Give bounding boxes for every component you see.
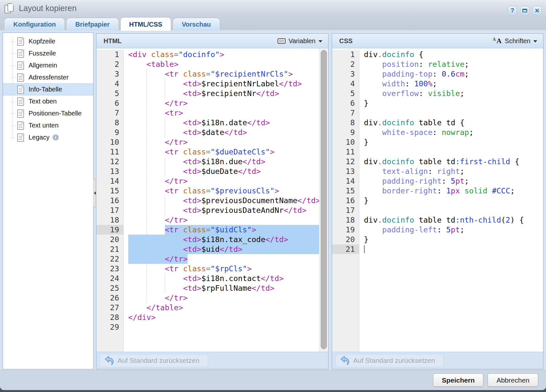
sidebar-collapse-handle[interactable] bbox=[93, 179, 96, 207]
code-line-content[interactable]: <td>$previousDocumentName</td> bbox=[124, 196, 328, 205]
code-line-content[interactable]: </tr> bbox=[124, 215, 328, 225]
css-code-editor[interactable]: 1div.docinfo {2 position: relative;3 pad… bbox=[332, 48, 543, 352]
code-line-content[interactable]: <table> bbox=[124, 59, 328, 69]
html-editor-scrollbar[interactable] bbox=[319, 48, 328, 352]
code-line-content[interactable]: </tr> bbox=[124, 293, 328, 303]
sidebar-item-label: Positionen-Tabelle bbox=[29, 110, 81, 117]
tab-briefpapier[interactable]: Briefpapier bbox=[67, 18, 118, 30]
sidebar-item-legacy[interactable]: Legacyi bbox=[3, 131, 93, 143]
code-line-content[interactable]: width: 100%; bbox=[359, 79, 543, 89]
code-line-content[interactable]: } bbox=[359, 196, 543, 205]
line-number: 1 bbox=[96, 50, 124, 59]
sidebar-item-label: Info-Tabelle bbox=[29, 86, 62, 93]
code-line-content[interactable]: </tr> bbox=[124, 98, 328, 108]
code-line-content[interactable]: <td>$i18n.contact</td> bbox=[124, 274, 328, 283]
code-line-content[interactable]: <td>$i18n.due</td> bbox=[124, 157, 328, 166]
code-line-content[interactable]: <tr class="$uidCls"> bbox=[124, 225, 328, 235]
tab-konfiguration[interactable]: Konfiguration bbox=[5, 18, 64, 30]
maximize-button[interactable] bbox=[520, 6, 529, 15]
sidebar-item-info-tabelle[interactable]: Info-Tabelle bbox=[3, 83, 93, 95]
code-line-content[interactable] bbox=[359, 108, 543, 118]
code-line-content[interactable]: } bbox=[359, 137, 543, 147]
save-button[interactable]: Speichern bbox=[433, 374, 484, 387]
code-line-content[interactable]: div.docinfo table td:first-child { bbox=[359, 157, 543, 166]
code-line: 14 </tr> bbox=[96, 176, 328, 186]
code-line: 17 bbox=[332, 205, 543, 215]
html-code-editor[interactable]: 1<div class="docinfo">2 <table>3 <tr cla… bbox=[96, 48, 328, 352]
code-line-content[interactable]: </tr> bbox=[124, 176, 328, 186]
help-button[interactable]: ? bbox=[508, 6, 517, 15]
line-number: 18 bbox=[96, 215, 124, 225]
sidebar-item-kopfzeile[interactable]: Kopfzeile bbox=[3, 35, 93, 47]
sidebar-item-text-oben[interactable]: Text oben bbox=[3, 95, 93, 107]
html-reset-default-button[interactable]: Auf Standard zurücksetzen bbox=[100, 354, 208, 367]
info-icon[interactable]: i bbox=[53, 134, 59, 141]
code-line: 21 bbox=[332, 244, 543, 254]
code-line-content[interactable]: text-align: right; bbox=[359, 166, 543, 176]
css-panel-footer: Auf Standard zurücksetzen bbox=[332, 352, 543, 369]
code-line-content[interactable]: </table> bbox=[124, 303, 328, 312]
code-line-content[interactable]: } bbox=[359, 235, 543, 244]
fonts-dropdown-label: Schriften bbox=[505, 37, 530, 45]
code-line-content[interactable]: <td>$rpFullName</td> bbox=[124, 283, 328, 293]
code-line-content[interactable]: <td>$previousDateAndNr</td> bbox=[124, 205, 328, 215]
code-line-content[interactable]: <td>$date</td> bbox=[124, 128, 328, 137]
variables-dropdown[interactable]: Variablen bbox=[278, 37, 322, 45]
code-line-content[interactable]: <td>$recipientNrLabel</td> bbox=[124, 79, 328, 89]
code-line-content[interactable]: white-space: nowrap; bbox=[359, 128, 543, 137]
code-line: 2 position: relative; bbox=[332, 59, 543, 69]
code-line-content[interactable]: padding-right: 5pt; bbox=[359, 176, 543, 186]
code-line-content[interactable]: div.docinfo { bbox=[359, 50, 543, 59]
code-line-content[interactable]: <tr class="$dueDateCls"> bbox=[124, 147, 328, 157]
code-line: 13 <td>$dueDate</td> bbox=[96, 166, 328, 176]
fonts-dropdown[interactable]: AA Schriften bbox=[492, 37, 537, 45]
code-line-content[interactable]: <div class="docinfo"> bbox=[124, 50, 328, 59]
code-line-content[interactable]: <tr> bbox=[124, 108, 328, 118]
sidebar-item-allgemein[interactable]: Allgemein bbox=[3, 59, 93, 71]
code-line-content[interactable]: position: relative; bbox=[359, 59, 543, 69]
code-line-content[interactable]: </tr> bbox=[124, 137, 328, 147]
code-line-content[interactable]: </div> bbox=[124, 312, 328, 322]
code-line-content[interactable] bbox=[359, 147, 543, 157]
sidebar-item-text-unten[interactable]: Text unten bbox=[3, 119, 93, 131]
code-line: 20} bbox=[332, 235, 543, 244]
line-number: 9 bbox=[96, 128, 124, 137]
sidebar-item-fusszeile[interactable]: Fusszeile bbox=[3, 47, 93, 59]
cancel-button[interactable]: Abbrechen bbox=[488, 374, 538, 387]
code-line-content[interactable] bbox=[359, 244, 543, 254]
code-line: 28</div> bbox=[96, 312, 328, 322]
code-line-content[interactable]: <tr class="$rpCls"> bbox=[124, 264, 328, 274]
css-reset-default-button[interactable]: Auf Standard zurücksetzen bbox=[335, 354, 444, 367]
code-line-content[interactable]: div.docinfo table td { bbox=[359, 118, 543, 128]
code-line: 6} bbox=[332, 98, 543, 108]
sidebar-item-adressfenster[interactable]: Adressfenster bbox=[3, 71, 93, 83]
code-line: 6 </tr> bbox=[96, 98, 328, 108]
scrollbar-thumb[interactable] bbox=[321, 50, 327, 349]
code-line: 13 text-align: right; bbox=[332, 166, 543, 176]
line-number: 21 bbox=[96, 244, 124, 254]
code-line-content[interactable] bbox=[359, 205, 543, 215]
code-line-content[interactable]: <tr class="$previousCls"> bbox=[124, 186, 328, 196]
code-line-content[interactable]: padding-left: 5pt; bbox=[359, 225, 543, 235]
code-line-content[interactable]: <td>$uid</td> bbox=[124, 244, 328, 254]
line-number: 16 bbox=[332, 196, 359, 205]
code-line-content[interactable]: <td>$recipientNr</td> bbox=[124, 89, 328, 98]
code-line-content[interactable]: } bbox=[359, 98, 543, 108]
close-button[interactable]: ✕ bbox=[533, 6, 541, 15]
sidebar-item-positionen-tabelle[interactable]: Positionen-Tabelle bbox=[3, 107, 93, 119]
line-number: 6 bbox=[96, 98, 124, 108]
code-line-content[interactable]: padding-top: 0.6cm; bbox=[359, 69, 543, 79]
code-line-content[interactable]: </tr> bbox=[124, 254, 328, 264]
code-line: 18 </tr> bbox=[96, 215, 328, 225]
code-line-content[interactable]: <td>$i18n.date</td> bbox=[124, 118, 328, 128]
code-line-content[interactable]: <tr class="$recipientNrCls"> bbox=[124, 69, 328, 79]
code-line-content[interactable]: <td>$dueDate</td> bbox=[124, 166, 328, 176]
line-number: 11 bbox=[96, 147, 124, 157]
code-line-content[interactable]: div.docinfo table td:nth-child(2) { bbox=[359, 215, 543, 225]
code-line-content[interactable]: border-right: 1px solid #CCC; bbox=[359, 186, 543, 196]
tab-html-css[interactable]: HTML/CSS bbox=[121, 18, 171, 31]
code-line-content[interactable]: overflow: visible; bbox=[359, 89, 543, 98]
tab-vorschau[interactable]: Vorschau bbox=[173, 18, 219, 30]
code-line-content[interactable] bbox=[124, 322, 328, 332]
code-line-content[interactable]: <td>$i18n.tax_code</td> bbox=[124, 235, 328, 244]
